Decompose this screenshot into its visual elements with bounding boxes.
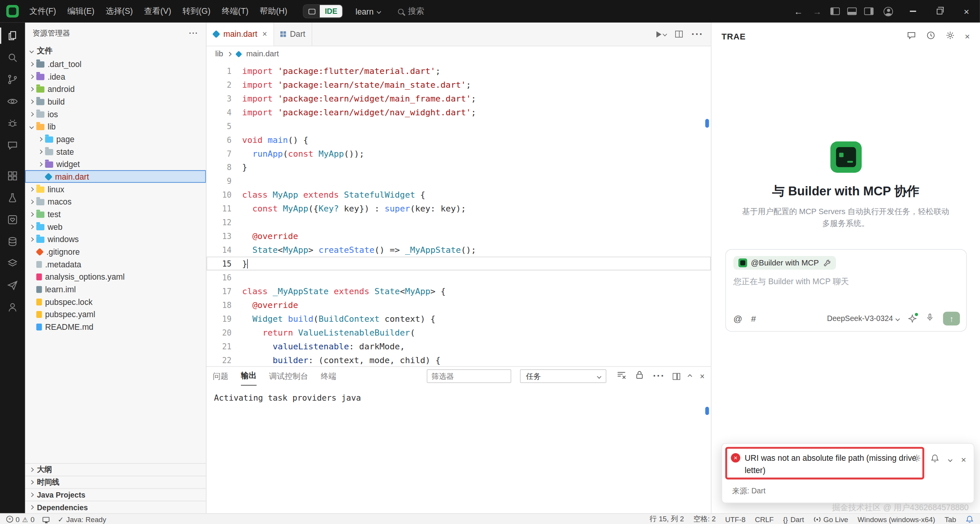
code-line-21[interactable]: 21 valueListenable: darkMode, (206, 339, 711, 353)
global-search[interactable]: 搜索 (398, 6, 424, 17)
tab-size[interactable]: Tab (944, 516, 956, 523)
breadcrumb-folder[interactable]: lib (215, 49, 223, 58)
ide-mode-toggle[interactable]: IDE (303, 4, 343, 18)
close-notification-icon[interactable]: × (961, 454, 966, 464)
panel-more-icon[interactable]: ··· (653, 370, 665, 382)
history-icon[interactable] (926, 30, 936, 42)
clear-output-icon[interactable] (617, 370, 627, 383)
error-count[interactable]: × 0 ⚠ 0 (6, 516, 34, 523)
notifications-bell[interactable] (965, 515, 973, 523)
code-line-10[interactable]: 10class MyApp extends StatefulWidget { (206, 188, 711, 201)
tree-item-pubspec.lock[interactable]: pubspec.lock (25, 295, 206, 308)
tree-item-build[interactable]: build (25, 95, 206, 108)
code-line-15[interactable]: 15} (206, 257, 711, 270)
explorer-icon[interactable] (0, 28, 25, 44)
tree-item-learn.iml[interactable]: learn.iml (25, 283, 206, 296)
tree-item-.gitignore[interactable]: .gitignore (25, 246, 206, 258)
menu-go[interactable]: 转到(G) (177, 0, 216, 23)
run-button[interactable] (656, 31, 666, 37)
restore-button[interactable] (926, 0, 953, 23)
lock-scroll-icon[interactable] (635, 370, 645, 383)
close-trae-icon[interactable]: × (965, 31, 970, 41)
code-line-22[interactable]: 22 builder: (context, mode, child) { (206, 353, 711, 366)
debug-icon[interactable] (0, 115, 25, 131)
explorer-root-section[interactable]: 文件 (25, 44, 206, 57)
close-panel-icon[interactable]: × (700, 372, 704, 381)
output-channel-select[interactable]: 任务 (520, 369, 607, 383)
section-timeline[interactable]: 时间线 (25, 476, 206, 488)
code-line-17[interactable]: 17class _MyAppState extends State<MyApp>… (206, 284, 711, 298)
split-editor-icon[interactable] (675, 31, 683, 38)
code-line-6[interactable]: 6void main() { (206, 133, 711, 146)
tree-item-main.dart[interactable]: main.dart (25, 170, 206, 183)
tree-item-linux[interactable]: linux (25, 183, 206, 195)
model-selector[interactable]: DeepSeek-V3-0324 (827, 314, 899, 323)
menu-help[interactable]: 帮助(H) (254, 0, 293, 23)
extensions-icon[interactable] (0, 168, 25, 184)
tree-item-.dart_tool[interactable]: .dart_tool (25, 57, 206, 70)
notification-toast[interactable]: × URI was not an absolute file path (mis… (722, 443, 974, 503)
tree-item-web[interactable]: web (25, 220, 206, 233)
tree-item-state[interactable]: state (25, 145, 206, 158)
tree-item-macos[interactable]: macos (25, 195, 206, 208)
tree-item-.metadata[interactable]: .metadata (25, 258, 206, 270)
close-button[interactable]: × (953, 0, 980, 23)
mic-icon[interactable] (926, 313, 934, 324)
code-line-2[interactable]: 2import 'package:learn/state/main_state.… (206, 78, 711, 92)
code-line-4[interactable]: 4import 'package:learn/widget/nav_widght… (206, 105, 711, 119)
tree-item-ios[interactable]: ios (25, 108, 206, 120)
explorer-more-icon[interactable]: ··· (189, 29, 198, 38)
menu-file[interactable]: 文件(F) (24, 0, 62, 23)
auto-mode-icon[interactable] (908, 314, 917, 323)
split-panel-icon[interactable] (673, 373, 681, 380)
code-line-5[interactable]: 5 (206, 119, 711, 133)
code-line-13[interactable]: 13 @override (206, 229, 711, 243)
scrollbar-marker[interactable] (705, 119, 709, 128)
section-dependencies[interactable]: Dependencies (25, 501, 206, 513)
tab-close-icon[interactable]: × (262, 29, 267, 39)
code-line-1[interactable]: 1import 'package:flutter/material.dart'; (206, 64, 711, 78)
send-button[interactable]: ↑ (943, 312, 960, 326)
tab-dart-devtools[interactable]: Dart (274, 23, 312, 46)
preview-eye-icon[interactable] (0, 93, 25, 109)
code-line-7[interactable]: 7 runApp(const MyApp()); (206, 146, 711, 160)
tree-item-lib[interactable]: lib (25, 120, 206, 133)
indentation[interactable]: 空格: 2 (693, 514, 715, 524)
maximize-panel-icon[interactable] (688, 374, 692, 378)
gear-icon[interactable] (912, 454, 921, 465)
code-line-12[interactable]: 12 (206, 215, 711, 229)
menu-view[interactable]: 查看(V) (139, 0, 177, 23)
eol-sequence[interactable]: CRLF (755, 516, 774, 523)
tree-item-page[interactable]: page (25, 133, 206, 145)
code-line-14[interactable]: 14 State<MyApp> createState() => _MyAppS… (206, 243, 711, 257)
menu-selection[interactable]: 选择(S) (100, 0, 138, 23)
chat-input-card[interactable]: @Builder with MCP 您正在与 Builder with MCP … (725, 249, 967, 332)
output-filter-input[interactable] (427, 369, 512, 383)
tree-item-analysis_options.yaml[interactable]: analysis_options.yaml (25, 270, 206, 283)
java-status[interactable]: ✓ Java: Ready (58, 515, 106, 524)
toggle-panel-icon[interactable] (847, 8, 857, 15)
code-line-11[interactable]: 11 const MyApp({Key? key}) : super(key: … (206, 201, 711, 215)
breadcrumb-file[interactable]: main.dart (246, 49, 279, 58)
platform-info[interactable]: Windows (windows-x64) (857, 516, 935, 523)
menu-terminal[interactable]: 终端(T) (216, 0, 254, 23)
tree-item-android[interactable]: android (25, 83, 206, 95)
editor-more-icon[interactable]: ··· (692, 28, 704, 39)
minimize-button[interactable] (899, 0, 926, 23)
code-line-9[interactable]: 9 (206, 174, 711, 188)
layers-icon[interactable] (0, 255, 25, 272)
encoding[interactable]: UTF-8 (725, 516, 745, 523)
project-selector[interactable]: learn (355, 7, 380, 16)
cursor-position[interactable]: 行 15, 列 2 (650, 514, 684, 524)
section-java-projects[interactable]: Java Projects (25, 488, 206, 501)
section-outline[interactable]: 大纲 (25, 463, 206, 476)
gear-icon[interactable] (946, 30, 955, 42)
tree-item-windows[interactable]: windows (25, 233, 206, 246)
tree-item-pubspec.yaml[interactable]: pubspec.yaml (25, 308, 206, 321)
database-icon[interactable] (0, 233, 25, 249)
search-view-icon[interactable] (0, 49, 25, 66)
user-profile-icon[interactable] (0, 299, 25, 315)
tab-main-dart[interactable]: main.dart × (206, 23, 274, 46)
code-line-16[interactable]: 16 (206, 270, 711, 284)
language-mode[interactable]: {} Dart (783, 516, 804, 523)
